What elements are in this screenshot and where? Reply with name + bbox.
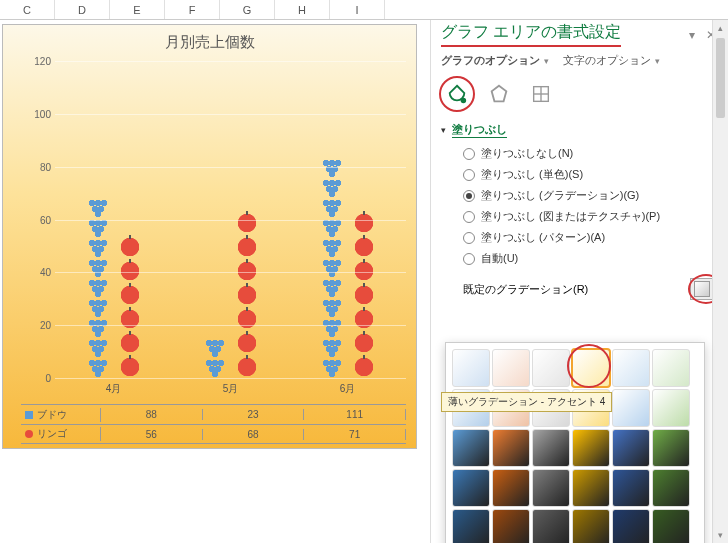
- fill-radio-option[interactable]: 塗りつぶし (グラデーション)(G): [463, 188, 720, 203]
- effects-icon[interactable]: [483, 78, 515, 110]
- svg-marker-1: [492, 86, 507, 102]
- fill-section-title[interactable]: 塗りつぶし: [452, 122, 507, 138]
- format-chart-area-pane: グラフ エリアの書式設定 ▾ ✕ グラフのオプション 文字のオプション: [430, 20, 728, 543]
- gradient-swatch[interactable]: [452, 469, 490, 507]
- apple-bar[interactable]: [351, 210, 377, 378]
- scrollbar-thumb[interactable]: [716, 38, 725, 118]
- gradient-swatch[interactable]: [492, 429, 530, 467]
- col-header: E: [110, 0, 165, 19]
- gradient-swatch[interactable]: [612, 469, 650, 507]
- table-row: ブドウ 88 23 111: [21, 404, 406, 424]
- gradient-swatch[interactable]: [612, 349, 650, 387]
- grape-bar[interactable]: [85, 198, 111, 378]
- annotation-circle: [567, 344, 611, 388]
- spreadsheet-column-headers: C D E F G H I: [0, 0, 728, 20]
- fill-radio-option[interactable]: 塗りつぶしなし(N): [463, 146, 720, 161]
- gradient-swatch[interactable]: [492, 469, 530, 507]
- radio-icon[interactable]: [463, 190, 475, 202]
- gradient-swatch[interactable]: [452, 509, 490, 543]
- fill-radio-option[interactable]: 塗りつぶし (単色)(S): [463, 167, 720, 182]
- radio-icon[interactable]: [463, 253, 475, 265]
- plot-area[interactable]: 020406080100120 4月5月6月: [25, 61, 406, 378]
- apple-icon: [25, 430, 33, 438]
- gradient-swatch[interactable]: [572, 509, 610, 543]
- pane-title: グラフ エリアの書式設定: [441, 22, 621, 47]
- pane-scrollbar[interactable]: ▴ ▾: [712, 20, 728, 543]
- chart-data-table: ブドウ 88 23 111 リンゴ 56 68 71: [21, 404, 406, 444]
- radio-icon[interactable]: [463, 148, 475, 160]
- gradient-swatch[interactable]: [612, 509, 650, 543]
- col-header: G: [220, 0, 275, 19]
- legend-apple: リンゴ: [21, 427, 101, 441]
- gradient-swatch[interactable]: [452, 429, 490, 467]
- preset-gradients-label: 既定のグラデーション(R): [463, 282, 588, 297]
- gradient-swatch[interactable]: [572, 469, 610, 507]
- gradient-swatch[interactable]: [572, 429, 610, 467]
- fill-radio-option[interactable]: 塗りつぶし (パターン)(A): [463, 230, 720, 245]
- col-header: F: [165, 0, 220, 19]
- apple-bar[interactable]: [117, 234, 143, 378]
- gradient-swatch[interactable]: [612, 429, 650, 467]
- gradient-tooltip: 薄いグラデーション - アクセント 4: [441, 392, 612, 412]
- radio-icon[interactable]: [463, 211, 475, 223]
- gradient-swatch[interactable]: [652, 509, 690, 543]
- gradient-swatch[interactable]: [652, 349, 690, 387]
- gradient-swatch[interactable]: [532, 509, 570, 543]
- gradient-swatch[interactable]: [452, 349, 490, 387]
- col-header: D: [55, 0, 110, 19]
- scroll-up-icon[interactable]: ▴: [713, 20, 728, 36]
- table-row: リンゴ 56 68 71: [21, 424, 406, 444]
- gradient-swatch[interactable]: [532, 429, 570, 467]
- x-axis-labels: 4月5月6月: [55, 382, 406, 396]
- chart-options-tab[interactable]: グラフのオプション: [441, 53, 549, 68]
- col-header: C: [0, 0, 55, 19]
- radio-icon[interactable]: [463, 232, 475, 244]
- gradient-swatch[interactable]: [652, 469, 690, 507]
- size-properties-icon[interactable]: [525, 78, 557, 110]
- chart-area[interactable]: 月別売上個数 020406080100120 4月5月6月 ブドウ 88 23 …: [2, 24, 417, 449]
- y-axis: 020406080100120: [25, 61, 53, 378]
- fill-line-icon[interactable]: [441, 78, 473, 110]
- grape-bar[interactable]: [319, 158, 345, 378]
- grape-icon: [25, 411, 33, 419]
- grape-bar[interactable]: [202, 338, 228, 378]
- gradient-swatch[interactable]: [532, 469, 570, 507]
- col-header: I: [330, 0, 385, 19]
- pane-dropdown-icon[interactable]: ▾: [685, 28, 699, 42]
- gradient-swatch[interactable]: [532, 349, 570, 387]
- chevron-down-icon[interactable]: ▾: [441, 125, 446, 135]
- apple-bar[interactable]: [234, 210, 260, 378]
- text-options-tab[interactable]: 文字のオプション: [563, 53, 660, 68]
- scroll-down-icon[interactable]: ▾: [713, 527, 728, 543]
- gradient-swatch[interactable]: [612, 389, 650, 427]
- fill-radio-option[interactable]: 自動(U): [463, 251, 720, 266]
- radio-icon[interactable]: [463, 169, 475, 181]
- col-header: H: [275, 0, 330, 19]
- annotation-circle: [439, 76, 475, 112]
- fill-radio-option[interactable]: 塗りつぶし (図またはテクスチャ)(P): [463, 209, 720, 224]
- gradient-swatch[interactable]: [492, 349, 530, 387]
- gradient-swatch[interactable]: [492, 509, 530, 543]
- chart-title[interactable]: 月別売上個数: [3, 25, 416, 56]
- legend-grape: ブドウ: [21, 408, 101, 422]
- gradient-swatch[interactable]: [652, 389, 690, 427]
- gradient-swatch[interactable]: [652, 429, 690, 467]
